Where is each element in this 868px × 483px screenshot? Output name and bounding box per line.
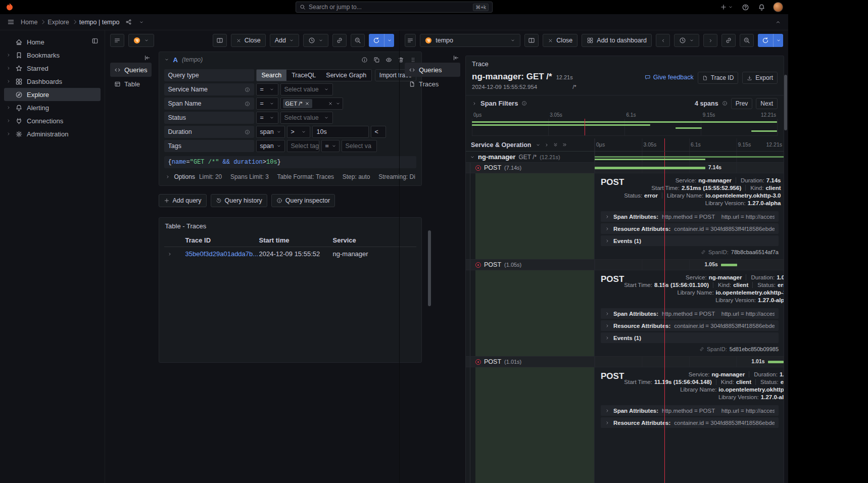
service-name-operator-select[interactable]: = bbox=[256, 83, 278, 95]
tag-select[interactable]: Select tag bbox=[287, 140, 319, 152]
expand-chevron-icon[interactable] bbox=[6, 66, 11, 71]
add-button[interactable]: Add bbox=[270, 34, 299, 47]
duration-input[interactable] bbox=[312, 126, 369, 138]
query-type-option[interactable]: TraceQL bbox=[286, 70, 321, 81]
breadcrumb-item[interactable]: Explore bbox=[47, 19, 69, 26]
next-span-button[interactable]: Next bbox=[756, 98, 778, 109]
dock-menu-button[interactable] bbox=[90, 36, 100, 45]
scrollbar[interactable] bbox=[784, 75, 787, 130]
span-bar[interactable] bbox=[595, 156, 784, 158]
sidebar-item[interactable]: Bookmarks bbox=[4, 49, 101, 62]
time-picker-button[interactable] bbox=[303, 34, 328, 47]
breadcrumb-menu-toggle[interactable] bbox=[138, 19, 145, 26]
run-query-button[interactable] bbox=[758, 34, 783, 47]
add-to-dashboard-button[interactable]: Add to dashboard bbox=[582, 34, 652, 47]
tag-value-select[interactable]: Select va bbox=[342, 140, 377, 152]
split-view-button[interactable] bbox=[213, 34, 227, 47]
minimap-graph[interactable] bbox=[472, 119, 778, 136]
attribute-accordion-row[interactable]: Span Attributes: http.method = POST http… bbox=[601, 308, 779, 319]
duplicate-query-icon[interactable] bbox=[373, 57, 380, 63]
attribute-accordion-row[interactable]: Resource Attributes: container.id = 304f… bbox=[601, 223, 779, 234]
sidebar-item[interactable]: Administration bbox=[4, 127, 101, 140]
trace-minimap[interactable]: 0μs3.05s6.1s9.15s12.21s bbox=[472, 112, 778, 136]
status-operator-select[interactable]: = bbox=[256, 112, 278, 124]
span-name-select[interactable]: GET /* bbox=[280, 98, 343, 110]
pane-tab[interactable]: Queries bbox=[405, 63, 460, 77]
trace-id-button[interactable]: Trace ID bbox=[698, 72, 739, 84]
attribute-accordion-row[interactable]: Span Attributes: http.method = POST http… bbox=[601, 211, 779, 222]
chevron-down-icon[interactable] bbox=[536, 142, 541, 148]
time-shift-back-button[interactable] bbox=[656, 34, 670, 47]
query-action-button[interactable]: Query history bbox=[211, 194, 267, 207]
breadcrumb-item[interactable]: Home bbox=[21, 19, 37, 26]
prev-span-button[interactable]: Prev bbox=[731, 98, 753, 109]
new-menu-button[interactable] bbox=[719, 3, 734, 12]
collapse-header-button[interactable] bbox=[774, 18, 782, 26]
query-type-option[interactable]: Search bbox=[257, 70, 287, 81]
expand-chevron-icon[interactable] bbox=[6, 118, 11, 123]
breadcrumb-item[interactable]: tempo | tempo bbox=[79, 19, 120, 26]
export-button[interactable]: Export bbox=[742, 72, 778, 84]
grafana-logo-icon[interactable] bbox=[5, 3, 14, 12]
query-action-button[interactable]: Add query bbox=[159, 194, 207, 207]
chevron-right-icon[interactable] bbox=[472, 101, 477, 106]
span-bar[interactable] bbox=[595, 167, 705, 169]
sidebar-item[interactable]: Dashboards bbox=[4, 75, 101, 88]
time-shift-forward-button[interactable] bbox=[703, 34, 717, 47]
query-action-button[interactable]: Query inspector bbox=[271, 194, 335, 207]
collapse-tabs-button[interactable] bbox=[452, 53, 460, 63]
span-row[interactable]: POST (1.05s) 1.05s bbox=[466, 259, 784, 270]
zoom-out-button[interactable] bbox=[740, 34, 754, 47]
duration-scope-select[interactable]: span bbox=[256, 126, 285, 138]
tag-operator-select[interactable]: = bbox=[321, 140, 340, 152]
collapse-span-icon[interactable] bbox=[470, 155, 475, 160]
link-icon[interactable] bbox=[701, 250, 706, 255]
toggle-visibility-icon[interactable] bbox=[385, 57, 392, 63]
datasource-picker[interactable] bbox=[128, 34, 154, 47]
tag-scope-select[interactable]: span bbox=[256, 140, 285, 152]
search-bar[interactable]: ⌘+k bbox=[296, 2, 493, 13]
pane-tab[interactable]: Table bbox=[110, 77, 152, 91]
span-bar[interactable] bbox=[768, 361, 784, 363]
attribute-accordion-row[interactable]: Resource Attributes: container.id = 304f… bbox=[601, 320, 779, 331]
notifications-button[interactable] bbox=[757, 3, 766, 12]
expand-chevron-icon[interactable] bbox=[6, 131, 11, 136]
link-icon[interactable] bbox=[699, 347, 704, 352]
copy-link-button[interactable] bbox=[332, 34, 347, 47]
close-pane-button[interactable]: Close bbox=[543, 34, 577, 47]
span-name-operator-select[interactable]: = bbox=[256, 98, 278, 110]
datasource-picker[interactable]: tempo bbox=[420, 34, 520, 47]
query-rows-button[interactable] bbox=[405, 34, 416, 47]
chevron-right-icon[interactable] bbox=[544, 142, 549, 148]
attribute-accordion-row[interactable]: Resource Attributes: container.id = 304f… bbox=[601, 417, 779, 428]
give-feedback-link[interactable]: Give feedback bbox=[645, 74, 694, 81]
sidebar-item[interactable]: Alerting bbox=[4, 101, 101, 114]
search-input[interactable] bbox=[309, 4, 470, 11]
span-bar[interactable] bbox=[721, 264, 737, 266]
query-help-icon[interactable] bbox=[361, 57, 368, 63]
copy-link-button[interactable] bbox=[721, 34, 736, 47]
time-picker-button[interactable] bbox=[674, 34, 699, 47]
expand-chevron-icon[interactable] bbox=[6, 79, 11, 84]
attribute-accordion-row[interactable]: Span Attributes: http.method = POST http… bbox=[601, 405, 779, 416]
remove-chip-icon[interactable] bbox=[305, 101, 310, 106]
mega-menu-toggle[interactable] bbox=[6, 17, 16, 27]
pane-tab[interactable]: Traces bbox=[405, 77, 460, 91]
sidebar-item[interactable]: Starred bbox=[4, 62, 101, 75]
expand-all-icon[interactable] bbox=[562, 142, 567, 148]
run-query-button[interactable] bbox=[369, 34, 394, 47]
expand-chevron-icon[interactable] bbox=[6, 53, 11, 58]
selected-value-chip[interactable]: GET /* bbox=[283, 99, 312, 108]
max-duration-operator-select[interactable]: < bbox=[371, 126, 386, 138]
expand-row-icon[interactable] bbox=[167, 252, 172, 257]
sidebar-item[interactable]: Explore bbox=[4, 88, 101, 101]
clear-icon[interactable] bbox=[328, 101, 333, 106]
duration-operator-select[interactable]: > bbox=[287, 126, 310, 138]
collapse-tabs-button[interactable] bbox=[143, 53, 152, 63]
service-name-select[interactable]: Select value bbox=[280, 83, 333, 95]
span-bar[interactable] bbox=[595, 159, 705, 160]
sidebar-item[interactable]: Home bbox=[4, 35, 101, 49]
table-row[interactable]: 35be0f3d29a01adda7b... 2024-12-09 15:55:… bbox=[164, 247, 416, 261]
share-button[interactable] bbox=[124, 18, 133, 26]
query-type-option[interactable]: Service Graph bbox=[321, 70, 371, 81]
